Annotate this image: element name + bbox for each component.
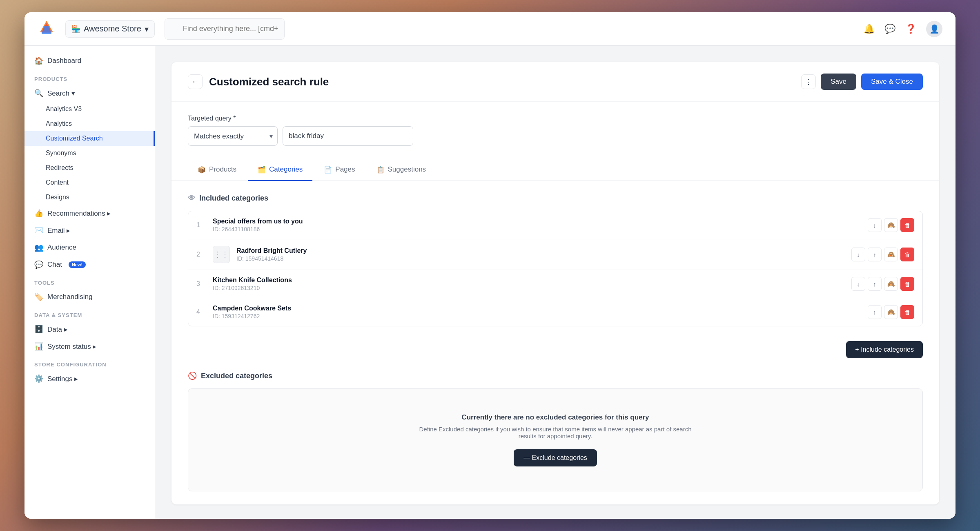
sidebar-item-data[interactable]: 🗄️ Data ▸ — [24, 321, 155, 338]
suggestions-tab-icon: 📋 — [376, 166, 385, 174]
delete-button[interactable]: 🗑 — [900, 305, 914, 319]
main-layout: 🏠 Dashboard PRODUCTS 🔍 Search ▾ Analytic… — [24, 46, 956, 519]
suggestions-tab-label: Suggestions — [388, 165, 426, 174]
delete-button[interactable]: 🗑 — [900, 218, 914, 232]
included-categories-section: 👁 Included categories 1 Special offers f… — [172, 181, 939, 371]
move-up-button[interactable]: ↑ — [868, 277, 882, 291]
match-type-select[interactable]: Matches exactly Contains Starts with — [188, 126, 278, 146]
sidebar-item-settings[interactable]: ⚙️ Settings ▸ — [24, 370, 155, 387]
query-value-input[interactable] — [283, 126, 413, 146]
sidebar-item-audience[interactable]: 👥 Audience — [24, 239, 155, 256]
move-down-button[interactable]: ↓ — [851, 277, 865, 291]
category-info: Campden Cookware Sets ID: 159312412762 — [213, 305, 861, 319]
back-button[interactable]: ← — [188, 74, 203, 89]
data-icon: 🗄️ — [34, 325, 43, 334]
category-name: Campden Cookware Sets — [213, 305, 861, 312]
chat-sidebar-icon: 💬 — [34, 260, 43, 269]
user-avatar-button[interactable]: 👤 — [926, 21, 942, 37]
sidebar-item-customized-search[interactable]: Customized Search — [24, 131, 155, 146]
excluded-empty-desc: Define Excluded categories if you wish t… — [412, 426, 698, 440]
hide-button[interactable]: 🙈 — [884, 248, 898, 261]
sidebar-item-redirects[interactable]: Redirects — [24, 161, 155, 175]
delete-button[interactable]: 🗑 — [900, 277, 914, 291]
move-down-button[interactable]: ↓ — [851, 248, 865, 261]
pages-tab-icon: 📄 — [324, 166, 332, 174]
global-search-input[interactable] — [165, 18, 285, 40]
category-thumbnail: ⋮⋮ — [213, 246, 230, 263]
more-options-button[interactable]: ⋮ — [801, 74, 816, 89]
sidebar-section-store-config: STORE CONFIGURATION — [24, 355, 155, 370]
move-up-button[interactable]: ↑ — [868, 248, 882, 261]
category-name: Kitchen Knife Collections — [213, 277, 845, 284]
table-row: 1 Special offers from us to you ID: 2644… — [188, 211, 922, 239]
top-bar: 🏪 Awesome Store ▾ 🔍 🔔 💬 ❓ 👤 — [24, 12, 956, 46]
audience-label: Audience — [47, 243, 76, 252]
category-id: ID: 271092613210 — [213, 285, 845, 291]
categories-tab-label: Categories — [269, 165, 303, 174]
sidebar-section-products: PRODUCTS — [24, 69, 155, 85]
sidebar-item-dashboard[interactable]: 🏠 Dashboard — [24, 52, 155, 69]
move-up-button[interactable]: ↑ — [868, 305, 882, 319]
synonyms-label: Synonyms — [46, 149, 76, 157]
recommendations-label: Recommendations ▸ — [47, 209, 111, 218]
hide-button[interactable]: 🙈 — [884, 218, 898, 232]
category-name: Special offers from us to you — [213, 218, 861, 225]
include-categories-button[interactable]: + Include categories — [846, 341, 923, 358]
dashboard-icon: 🏠 — [34, 56, 43, 65]
sidebar-item-search[interactable]: 🔍 Search ▾ — [24, 85, 155, 102]
products-tab-label: Products — [209, 165, 236, 174]
category-info: Radford Bright Cutlery ID: 159451414618 — [236, 247, 845, 262]
category-info: Kitchen Knife Collections ID: 2710926132… — [213, 277, 845, 291]
top-bar-actions: 🔔 💬 ❓ 👤 — [864, 21, 942, 37]
excluded-section-title: Excluded categories — [201, 372, 272, 380]
sidebar-section-tools: TOOLS — [24, 273, 155, 288]
chat-label: Chat — [47, 261, 62, 269]
sidebar-item-email[interactable]: ✉️ Email ▸ — [24, 222, 155, 239]
chat-icon-button[interactable]: 💬 — [884, 24, 895, 34]
settings-icon: ⚙️ — [34, 374, 43, 383]
category-id: ID: 264431108186 — [213, 226, 861, 232]
store-icon: 🏪 — [71, 25, 80, 33]
row-number: 2 — [196, 251, 206, 258]
hide-button[interactable]: 🙈 — [884, 277, 898, 291]
exclude-categories-button[interactable]: — Exclude categories — [514, 449, 597, 466]
merchandising-label: Merchandising — [47, 293, 93, 301]
sidebar-item-designs[interactable]: Designs — [24, 190, 155, 205]
page-header: ← Customized search rule ⋮ Save Save & C… — [172, 62, 939, 102]
analytics-label: Analytics — [46, 120, 72, 127]
tab-pages[interactable]: 📄 Pages — [314, 159, 365, 181]
sidebar: 🏠 Dashboard PRODUCTS 🔍 Search ▾ Analytic… — [24, 46, 155, 519]
merchandising-icon: 🏷️ — [34, 292, 43, 301]
row-number: 1 — [196, 221, 206, 229]
move-down-button[interactable]: ↓ — [868, 218, 882, 232]
help-button[interactable]: ❓ — [905, 24, 916, 34]
included-category-list: 1 Special offers from us to you ID: 2644… — [188, 211, 923, 326]
customized-search-label: Customized Search — [46, 135, 103, 142]
sidebar-item-synonyms[interactable]: Synonyms — [24, 146, 155, 161]
store-selector[interactable]: 🏪 Awesome Store ▾ — [65, 20, 155, 38]
header-actions: ⋮ Save Save & Close — [801, 74, 923, 90]
sidebar-item-analytics-v3[interactable]: Analytics V3 — [24, 102, 155, 116]
tab-suggestions[interactable]: 📋 Suggestions — [367, 159, 436, 181]
included-section-title: Included categories — [199, 194, 268, 203]
sidebar-item-merchandising[interactable]: 🏷️ Merchandising — [24, 288, 155, 306]
system-status-icon: 📊 — [34, 342, 43, 351]
hide-button[interactable]: 🙈 — [884, 305, 898, 319]
sidebar-item-analytics[interactable]: Analytics — [24, 116, 155, 131]
sidebar-item-recommendations[interactable]: 👍 Recommendations ▸ — [24, 205, 155, 222]
sidebar-item-system-status[interactable]: 📊 System status ▸ — [24, 338, 155, 355]
table-row: 4 Campden Cookware Sets ID: 159312412762… — [188, 298, 922, 326]
save-close-button[interactable]: Save & Close — [861, 74, 923, 90]
sidebar-item-content[interactable]: Content — [24, 175, 155, 190]
excluded-categories-section: 🚫 Excluded categories Currently there ar… — [172, 371, 939, 504]
page-card: ← Customized search rule ⋮ Save Save & C… — [172, 62, 939, 504]
tab-categories[interactable]: 🗂️ Categories — [248, 159, 312, 181]
sidebar-item-chat[interactable]: 💬 Chat New! — [24, 256, 155, 273]
row-actions: ↓ ↑ 🙈 🗑 — [851, 277, 914, 291]
delete-button[interactable]: 🗑 — [900, 248, 914, 261]
targeted-query-label: Targeted query * — [188, 115, 923, 122]
save-button[interactable]: Save — [821, 74, 856, 90]
notifications-button[interactable]: 🔔 — [864, 24, 875, 34]
tab-products[interactable]: 📦 Products — [188, 159, 246, 181]
recommendations-icon: 👍 — [34, 209, 43, 218]
